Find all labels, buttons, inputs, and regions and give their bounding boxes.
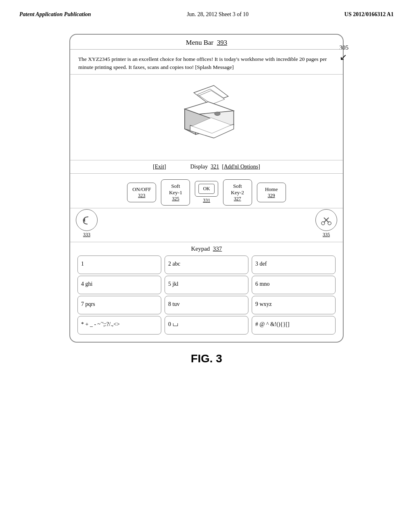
extra-button-row: 333 335	[70, 208, 343, 242]
key-6[interactable]: 6 mno	[252, 276, 336, 294]
figure-label: FIG. 3	[0, 352, 413, 365]
softkey2-button[interactable]: Soft Key-2 327	[223, 179, 252, 206]
scissors-icon	[319, 213, 334, 227]
menu-bar: Menu Bar 393	[70, 35, 343, 50]
splash-text: The XYZ2345 printer is an excellent choi…	[78, 56, 327, 70]
ok-button-wrapper: OK 331	[195, 181, 218, 204]
menu-bar-ref: 393	[217, 39, 227, 46]
keypad-grid: 12 abc3 def4 ghi5 jkl6 mno7 pqrs8 tuv9 w…	[70, 255, 343, 338]
menu-bar-label: Menu Bar 393	[186, 39, 227, 46]
key-8[interactable]: 8 tuv	[165, 296, 248, 314]
exit-label[interactable]: [Exit]	[153, 164, 166, 170]
ok-button[interactable]: OK	[195, 181, 218, 197]
button-row: ON/OFF 323 Soft Key-1 325 OK 331 Soft Ke…	[70, 174, 343, 208]
key-1[interactable]: 1	[77, 256, 161, 274]
back-icon	[79, 213, 94, 227]
key-4[interactable]: 4 ghi	[77, 276, 161, 294]
splash-area: The XYZ2345 printer is an excellent choi…	[70, 50, 343, 75]
key-9[interactable]: 9 wxyz	[252, 296, 336, 314]
header-left: Patent Application Publication	[19, 11, 91, 18]
svg-point-9	[215, 112, 220, 115]
key-3[interactable]: 3 def	[252, 256, 336, 274]
key-0[interactable]: 0 ⌴	[165, 316, 248, 335]
device-container: Menu Bar 393 The XYZ2345 printer is an e…	[69, 34, 344, 343]
display-label: Display 321 [Add'nl Options]	[190, 164, 260, 170]
key-5[interactable]: 5 jkl	[165, 276, 248, 294]
printer-image-area	[70, 75, 343, 160]
btn-335[interactable]	[315, 209, 337, 231]
key-7[interactable]: 7 pqrs	[77, 296, 161, 314]
page-header: Patent Application Publication Jun. 28, …	[0, 0, 413, 22]
header-center: Jun. 28, 2012 Sheet 3 of 10	[187, 11, 248, 18]
keypad-section: Keypad 337 12 abc3 def4 ghi5 jkl6 mno7 p…	[70, 242, 343, 342]
display-row: [Exit] Display 321 [Add'nl Options]	[70, 160, 343, 174]
keypad-label: Keypad 337	[70, 242, 343, 255]
svg-point-13	[321, 222, 325, 225]
svg-point-14	[328, 222, 331, 225]
home-button[interactable]: Home 329	[257, 183, 286, 202]
key-star[interactable]: * + _ - ~`';:?/.,<>	[77, 316, 161, 335]
key-hash[interactable]: # @ ^ &!(){}[]	[252, 316, 336, 335]
printer-illustration	[170, 82, 243, 154]
btn-333[interactable]	[76, 209, 98, 231]
onoff-button[interactable]: ON/OFF 323	[127, 183, 156, 202]
key-2[interactable]: 2 abc	[165, 256, 248, 274]
ref-305-arrow: ↙	[340, 52, 349, 62]
softkey1-button[interactable]: Soft Key-1 325	[161, 179, 190, 206]
header-right: US 2012/0166312 A1	[344, 11, 394, 18]
